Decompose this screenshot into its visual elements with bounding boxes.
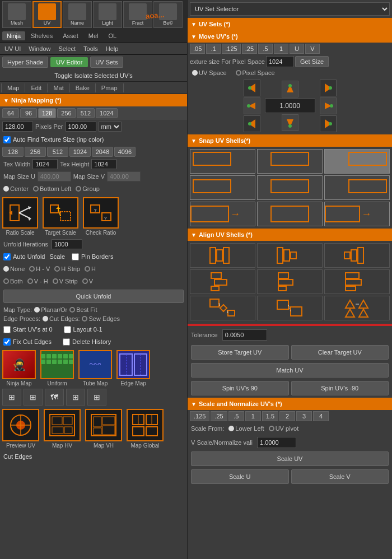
radio-pixel-space[interactable]: Pixel Space <box>236 69 275 76</box>
preview-uv-btn[interactable]: Preview UV <box>2 409 39 449</box>
arrow-upleft[interactable] <box>244 80 260 96</box>
radio-h[interactable]: H <box>85 265 96 272</box>
move-1-full[interactable]: 1 <box>274 44 288 54</box>
preset-128[interactable]: 128 <box>38 108 56 118</box>
grid-2048[interactable]: 2048 <box>92 147 113 157</box>
move-u[interactable]: U <box>290 44 304 54</box>
snap-cell-bl[interactable]: → <box>190 202 255 226</box>
scale-2[interactable]: 2 <box>279 411 295 421</box>
radio-hv[interactable]: H - V <box>29 265 50 272</box>
uv-sets-button[interactable]: UV Sets <box>90 57 123 68</box>
radio-cut-edges[interactable]: Cut Edges: <box>43 315 80 322</box>
radio-v[interactable]: V <box>82 278 93 285</box>
move-v[interactable]: V <box>305 44 320 54</box>
scale-25[interactable]: .25 <box>211 411 227 421</box>
snap-cell-br[interactable]: → <box>324 202 390 226</box>
snap-cell-mc[interactable] <box>257 175 323 200</box>
subtab-edit[interactable]: Edit <box>25 83 48 92</box>
radio-none[interactable]: None <box>3 265 25 272</box>
scale-u-button[interactable]: Scale U <box>191 469 289 484</box>
ninja-mapping-header[interactable]: ▼ Ninja Mapping (*) <box>0 94 187 106</box>
radio-planar[interactable]: Planar/Or <box>34 306 67 313</box>
auto-find-checkbox[interactable] <box>3 136 11 143</box>
arrow-right[interactable] <box>320 97 337 114</box>
move-uvs-header[interactable]: ▼ Move UV's (*) <box>188 30 392 43</box>
preset-256[interactable]: 256 <box>57 108 75 118</box>
ppm-input[interactable] <box>66 122 96 132</box>
arrow-up[interactable] <box>282 81 298 97</box>
v-scale-input[interactable] <box>257 437 296 448</box>
target-scale-btn[interactable]: Target Scale <box>43 197 78 236</box>
uv-sets-header[interactable]: ▼ UV Sets (*) <box>188 18 392 30</box>
arrow-left[interactable] <box>244 97 260 114</box>
quick-unfold-button[interactable]: Quick Unfold <box>3 290 184 303</box>
tube-map-btn[interactable]: 〰 Tube Map <box>78 350 112 386</box>
auto-unfold-checkbox[interactable] <box>3 253 11 260</box>
grid-256[interactable]: 256 <box>25 147 46 157</box>
tab-shelves[interactable]: Shelves <box>26 31 57 40</box>
tolerance-input[interactable] <box>222 329 267 341</box>
move-value-input[interactable] <box>265 99 315 113</box>
icon-uv[interactable]: UV <box>32 1 62 28</box>
menu-help[interactable]: Help <box>104 45 121 52</box>
delete-history-checkbox[interactable] <box>63 338 70 346</box>
tab-mel[interactable]: Mel <box>84 31 103 40</box>
radio-bottom-left[interactable]: Bottom Left <box>33 185 71 192</box>
tab-ol[interactable]: OL <box>104 31 121 40</box>
uniform-btn[interactable]: Uniform <box>40 350 74 386</box>
toggle-isolate-row[interactable]: Toggle Isolate Selected UV's <box>0 69 187 82</box>
radio-bestfit[interactable]: Best Fit <box>69 306 97 313</box>
icon-light[interactable]: Light <box>93 1 122 28</box>
clear-target-uv-button[interactable]: Clear Target UV <box>291 345 389 360</box>
preset-1024[interactable]: 1024 <box>96 108 117 118</box>
radio-uv-space[interactable]: UV Space <box>192 69 227 76</box>
subtab-map[interactable]: Map <box>1 83 25 92</box>
radio-group[interactable]: Group <box>76 185 100 192</box>
subtab-pmap[interactable]: Pmap <box>96 83 124 92</box>
start-uvs-checkbox[interactable] <box>3 326 11 333</box>
scale-5[interactable]: .5 <box>228 411 244 421</box>
snap-cell-tc[interactable] <box>257 149 323 174</box>
map-global-btn[interactable]: Map Global <box>127 409 164 449</box>
radio-both[interactable]: Both <box>3 278 23 285</box>
radio-lower-left[interactable]: Lower Left <box>228 425 264 432</box>
arrow-down[interactable] <box>282 114 298 131</box>
small-icon-5[interactable]: ⊞ <box>87 389 106 406</box>
map-hv-btn[interactable]: Map HV <box>44 409 81 449</box>
scale-1[interactable]: 1 <box>245 411 261 421</box>
snap-cell-tr[interactable] <box>324 149 390 174</box>
move-125[interactable]: .125 <box>222 44 240 54</box>
unfold-iter-input[interactable] <box>52 239 82 249</box>
move-5[interactable]: .5 <box>258 44 273 54</box>
fix-cut-checkbox[interactable] <box>3 338 11 346</box>
preset-64[interactable]: 64 <box>2 108 19 118</box>
uv-set-selector-dropdown[interactable]: UV Set Selector <box>190 2 390 16</box>
scale-15[interactable]: 1.5 <box>262 411 278 421</box>
align-cell-9[interactable] <box>324 296 390 320</box>
ratio-scale-btn[interactable]: Ratio Scale <box>2 197 38 236</box>
preset-512[interactable]: 512 <box>77 108 95 118</box>
radio-uv-pivot[interactable]: UV pivot <box>269 425 299 432</box>
ninja-map-btn[interactable]: 🥷 Ninja Map <box>2 350 36 386</box>
snap-cell-tl[interactable] <box>190 149 255 174</box>
arrow-downleft[interactable] <box>244 115 260 132</box>
check-ratio-btn[interactable]: ? ? Check Ratio <box>83 197 119 236</box>
scale-normalize-header[interactable]: ▼ Scale and Normalize UV's (*) <box>188 398 392 410</box>
move-05[interactable]: .05 <box>190 44 205 54</box>
arrow-downright[interactable] <box>320 115 337 132</box>
move-1[interactable]: .1 <box>206 44 221 54</box>
align-cell-5[interactable] <box>257 269 323 294</box>
tab-asset[interactable]: Asset <box>58 31 83 40</box>
preset-96[interactable]: 96 <box>20 108 37 118</box>
tab-ninja[interactable]: Ninja <box>2 31 25 40</box>
align-cell-4[interactable] <box>190 269 255 294</box>
align-cell-6[interactable] <box>324 269 390 294</box>
icon-be[interactable]: Be© <box>153 1 183 28</box>
store-target-uv-button[interactable]: Store Target UV <box>191 345 289 360</box>
align-cell-1[interactable] <box>190 243 255 268</box>
grid-128[interactable]: 128 <box>2 147 24 157</box>
match-uv-button[interactable]: Match UV <box>191 363 389 378</box>
radio-vh[interactable]: V - H <box>27 278 48 285</box>
snap-cell-mr[interactable] <box>324 175 390 200</box>
pin-borders-checkbox[interactable] <box>72 253 79 260</box>
